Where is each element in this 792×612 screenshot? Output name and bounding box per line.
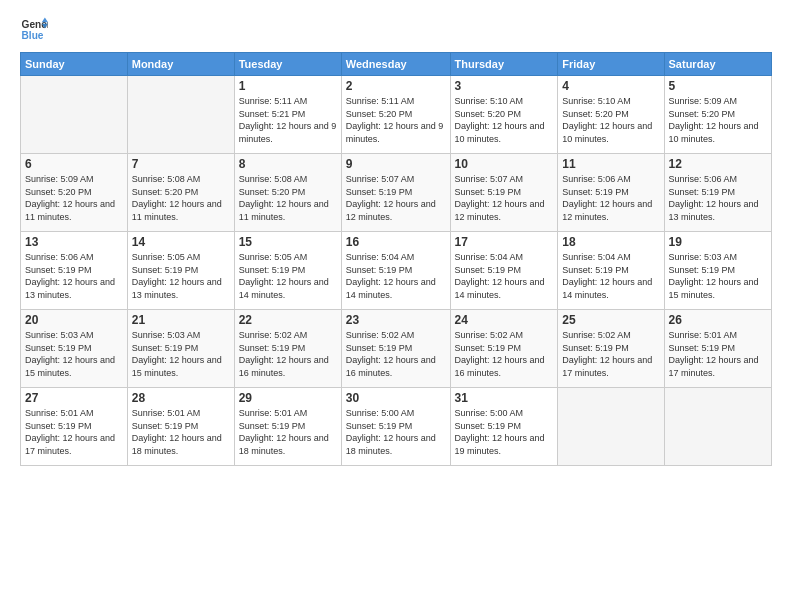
day-info: Sunrise: 5:04 AMSunset: 5:19 PMDaylight:…: [562, 251, 659, 301]
day-number: 8: [239, 157, 337, 171]
day-number: 1: [239, 79, 337, 93]
calendar-cell: 12Sunrise: 5:06 AMSunset: 5:19 PMDayligh…: [664, 154, 771, 232]
calendar-cell: 24Sunrise: 5:02 AMSunset: 5:19 PMDayligh…: [450, 310, 558, 388]
day-number: 16: [346, 235, 446, 249]
calendar-cell: 9Sunrise: 5:07 AMSunset: 5:19 PMDaylight…: [341, 154, 450, 232]
day-info: Sunrise: 5:07 AMSunset: 5:19 PMDaylight:…: [455, 173, 554, 223]
day-number: 25: [562, 313, 659, 327]
day-number: 11: [562, 157, 659, 171]
day-info: Sunrise: 5:09 AMSunset: 5:20 PMDaylight:…: [25, 173, 123, 223]
header: General Blue: [20, 16, 772, 44]
day-number: 21: [132, 313, 230, 327]
day-number: 7: [132, 157, 230, 171]
day-info: Sunrise: 5:01 AMSunset: 5:19 PMDaylight:…: [132, 407, 230, 457]
calendar-cell: 13Sunrise: 5:06 AMSunset: 5:19 PMDayligh…: [21, 232, 128, 310]
day-number: 26: [669, 313, 767, 327]
day-info: Sunrise: 5:01 AMSunset: 5:19 PMDaylight:…: [669, 329, 767, 379]
calendar-cell: 8Sunrise: 5:08 AMSunset: 5:20 PMDaylight…: [234, 154, 341, 232]
day-info: Sunrise: 5:02 AMSunset: 5:19 PMDaylight:…: [562, 329, 659, 379]
day-number: 22: [239, 313, 337, 327]
svg-text:Blue: Blue: [22, 30, 44, 41]
day-header-saturday: Saturday: [664, 53, 771, 76]
day-number: 15: [239, 235, 337, 249]
day-info: Sunrise: 5:05 AMSunset: 5:19 PMDaylight:…: [132, 251, 230, 301]
day-number: 19: [669, 235, 767, 249]
day-number: 29: [239, 391, 337, 405]
calendar-cell: 2Sunrise: 5:11 AMSunset: 5:20 PMDaylight…: [341, 76, 450, 154]
calendar-cell: 5Sunrise: 5:09 AMSunset: 5:20 PMDaylight…: [664, 76, 771, 154]
logo-icon: General Blue: [20, 16, 48, 44]
day-info: Sunrise: 5:00 AMSunset: 5:19 PMDaylight:…: [455, 407, 554, 457]
day-number: 24: [455, 313, 554, 327]
day-info: Sunrise: 5:00 AMSunset: 5:19 PMDaylight:…: [346, 407, 446, 457]
calendar-cell: 10Sunrise: 5:07 AMSunset: 5:19 PMDayligh…: [450, 154, 558, 232]
logo: General Blue: [20, 16, 48, 44]
calendar-cell: 19Sunrise: 5:03 AMSunset: 5:19 PMDayligh…: [664, 232, 771, 310]
day-number: 30: [346, 391, 446, 405]
calendar-cell: 21Sunrise: 5:03 AMSunset: 5:19 PMDayligh…: [127, 310, 234, 388]
day-info: Sunrise: 5:02 AMSunset: 5:19 PMDaylight:…: [346, 329, 446, 379]
calendar-cell: 6Sunrise: 5:09 AMSunset: 5:20 PMDaylight…: [21, 154, 128, 232]
day-number: 28: [132, 391, 230, 405]
day-header-monday: Monday: [127, 53, 234, 76]
day-info: Sunrise: 5:01 AMSunset: 5:19 PMDaylight:…: [239, 407, 337, 457]
day-info: Sunrise: 5:10 AMSunset: 5:20 PMDaylight:…: [455, 95, 554, 145]
calendar-cell: 17Sunrise: 5:04 AMSunset: 5:19 PMDayligh…: [450, 232, 558, 310]
day-header-thursday: Thursday: [450, 53, 558, 76]
calendar-cell: 18Sunrise: 5:04 AMSunset: 5:19 PMDayligh…: [558, 232, 664, 310]
day-info: Sunrise: 5:07 AMSunset: 5:19 PMDaylight:…: [346, 173, 446, 223]
day-info: Sunrise: 5:02 AMSunset: 5:19 PMDaylight:…: [239, 329, 337, 379]
day-info: Sunrise: 5:03 AMSunset: 5:19 PMDaylight:…: [25, 329, 123, 379]
day-info: Sunrise: 5:11 AMSunset: 5:21 PMDaylight:…: [239, 95, 337, 145]
day-number: 20: [25, 313, 123, 327]
calendar-cell: 15Sunrise: 5:05 AMSunset: 5:19 PMDayligh…: [234, 232, 341, 310]
day-info: Sunrise: 5:03 AMSunset: 5:19 PMDaylight:…: [669, 251, 767, 301]
day-info: Sunrise: 5:06 AMSunset: 5:19 PMDaylight:…: [669, 173, 767, 223]
day-info: Sunrise: 5:06 AMSunset: 5:19 PMDaylight:…: [25, 251, 123, 301]
day-number: 23: [346, 313, 446, 327]
day-header-wednesday: Wednesday: [341, 53, 450, 76]
day-header-sunday: Sunday: [21, 53, 128, 76]
day-info: Sunrise: 5:10 AMSunset: 5:20 PMDaylight:…: [562, 95, 659, 145]
calendar-cell: [664, 388, 771, 466]
day-header-tuesday: Tuesday: [234, 53, 341, 76]
day-number: 13: [25, 235, 123, 249]
day-info: Sunrise: 5:03 AMSunset: 5:19 PMDaylight:…: [132, 329, 230, 379]
day-number: 10: [455, 157, 554, 171]
day-number: 27: [25, 391, 123, 405]
calendar-cell: [558, 388, 664, 466]
calendar-cell: 22Sunrise: 5:02 AMSunset: 5:19 PMDayligh…: [234, 310, 341, 388]
calendar-cell: 31Sunrise: 5:00 AMSunset: 5:19 PMDayligh…: [450, 388, 558, 466]
day-number: 6: [25, 157, 123, 171]
calendar-cell: 28Sunrise: 5:01 AMSunset: 5:19 PMDayligh…: [127, 388, 234, 466]
calendar-cell: 23Sunrise: 5:02 AMSunset: 5:19 PMDayligh…: [341, 310, 450, 388]
calendar-cell: 7Sunrise: 5:08 AMSunset: 5:20 PMDaylight…: [127, 154, 234, 232]
day-info: Sunrise: 5:09 AMSunset: 5:20 PMDaylight:…: [669, 95, 767, 145]
calendar-table: SundayMondayTuesdayWednesdayThursdayFrid…: [20, 52, 772, 466]
day-header-friday: Friday: [558, 53, 664, 76]
calendar-cell: 11Sunrise: 5:06 AMSunset: 5:19 PMDayligh…: [558, 154, 664, 232]
day-info: Sunrise: 5:11 AMSunset: 5:20 PMDaylight:…: [346, 95, 446, 145]
day-info: Sunrise: 5:06 AMSunset: 5:19 PMDaylight:…: [562, 173, 659, 223]
day-number: 4: [562, 79, 659, 93]
day-number: 17: [455, 235, 554, 249]
day-number: 3: [455, 79, 554, 93]
calendar-cell: 30Sunrise: 5:00 AMSunset: 5:19 PMDayligh…: [341, 388, 450, 466]
day-number: 31: [455, 391, 554, 405]
day-info: Sunrise: 5:04 AMSunset: 5:19 PMDaylight:…: [346, 251, 446, 301]
day-number: 12: [669, 157, 767, 171]
calendar-cell: 16Sunrise: 5:04 AMSunset: 5:19 PMDayligh…: [341, 232, 450, 310]
day-number: 18: [562, 235, 659, 249]
day-number: 2: [346, 79, 446, 93]
calendar-cell: 3Sunrise: 5:10 AMSunset: 5:20 PMDaylight…: [450, 76, 558, 154]
day-info: Sunrise: 5:04 AMSunset: 5:19 PMDaylight:…: [455, 251, 554, 301]
day-info: Sunrise: 5:08 AMSunset: 5:20 PMDaylight:…: [132, 173, 230, 223]
calendar-cell: 20Sunrise: 5:03 AMSunset: 5:19 PMDayligh…: [21, 310, 128, 388]
page: General Blue SundayMondayTuesdayWednesda…: [0, 0, 792, 612]
day-info: Sunrise: 5:08 AMSunset: 5:20 PMDaylight:…: [239, 173, 337, 223]
calendar-cell: 25Sunrise: 5:02 AMSunset: 5:19 PMDayligh…: [558, 310, 664, 388]
calendar-cell: 27Sunrise: 5:01 AMSunset: 5:19 PMDayligh…: [21, 388, 128, 466]
calendar-cell: 26Sunrise: 5:01 AMSunset: 5:19 PMDayligh…: [664, 310, 771, 388]
day-info: Sunrise: 5:02 AMSunset: 5:19 PMDaylight:…: [455, 329, 554, 379]
calendar-cell: 29Sunrise: 5:01 AMSunset: 5:19 PMDayligh…: [234, 388, 341, 466]
